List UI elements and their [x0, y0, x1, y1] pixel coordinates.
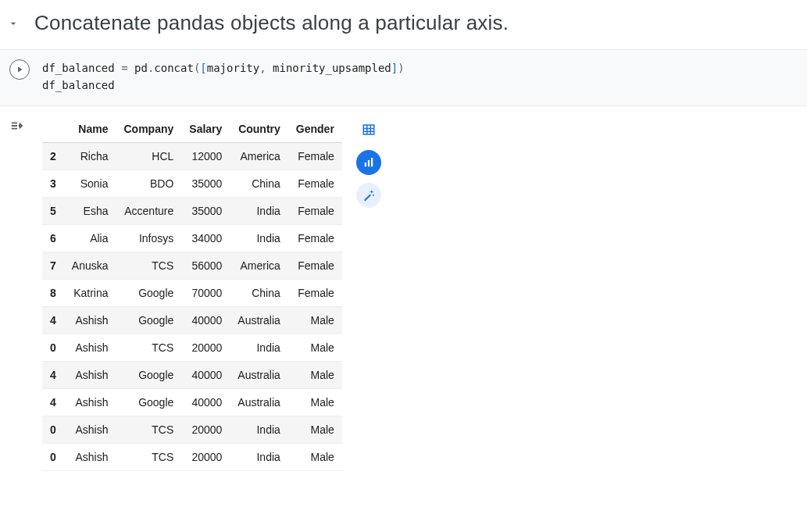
- table-cell: Google: [116, 306, 182, 334]
- table-cell: Male: [288, 361, 342, 388]
- table-cell: Katrina: [64, 279, 116, 306]
- table-cell: America: [230, 142, 287, 170]
- table-cell: America: [230, 252, 287, 279]
- code-token: ,: [259, 62, 273, 74]
- table-column-header: Name: [64, 116, 116, 143]
- table-row-index: 0: [42, 334, 64, 361]
- table-cell: Male: [288, 388, 342, 416]
- table-cell: Ashish: [64, 388, 116, 416]
- code-token: [: [200, 62, 206, 74]
- table-cell: Accenture: [116, 197, 182, 224]
- table-row: 6AliaInfosys34000IndiaFemale: [42, 224, 342, 252]
- table-cell: 35000: [181, 197, 230, 224]
- table-icon: [362, 123, 376, 137]
- table-cell: Female: [288, 142, 342, 170]
- table-cell: Female: [288, 252, 342, 279]
- output-action-bar: [356, 116, 381, 208]
- table-row-index: 3: [42, 170, 64, 197]
- code-token: majority: [207, 62, 259, 74]
- cell-output: NameCompanySalaryCountryGender 2RichaHCL…: [0, 105, 807, 485]
- table-cell: 56000: [181, 252, 230, 279]
- table-cell: Ashish: [64, 334, 116, 361]
- table-cell: India: [230, 197, 287, 224]
- output-gutter: [0, 106, 39, 485]
- code-token: pd: [134, 62, 148, 74]
- table-cell: 40000: [181, 388, 230, 416]
- table-cell: Google: [116, 279, 182, 306]
- code-token: minority_upsampled: [273, 62, 391, 74]
- code-cell: df_balanced = pd.concat([majority, minor…: [0, 49, 807, 105]
- table-cell: 40000: [181, 306, 230, 334]
- generate-code-button[interactable]: [356, 183, 381, 208]
- table-cell: TCS: [116, 416, 182, 443]
- table-cell: Australia: [230, 388, 287, 416]
- code-token: ): [398, 62, 404, 74]
- table-column-header: Salary: [181, 116, 230, 143]
- table-cell: Infosys: [116, 224, 182, 252]
- collapse-chevron-icon[interactable]: [6, 16, 20, 30]
- table-cell: Female: [288, 197, 342, 224]
- table-cell: 34000: [181, 224, 230, 252]
- table-cell: Male: [288, 416, 342, 443]
- table-cell: China: [230, 170, 287, 197]
- table-cell: TCS: [116, 334, 182, 361]
- table-row: 4AshishGoogle40000AustraliaMale: [42, 361, 342, 388]
- dataframe-table: NameCompanySalaryCountryGender 2RichaHCL…: [42, 116, 342, 471]
- table-column-header: Country: [230, 116, 287, 143]
- table-cell: Esha: [64, 197, 116, 224]
- table-cell: BDO: [116, 170, 182, 197]
- table-row: 5EshaAccenture35000IndiaFemale: [42, 197, 342, 224]
- table-cell: 35000: [181, 170, 230, 197]
- table-row-index: 0: [42, 416, 64, 443]
- cell-gutter: [0, 50, 39, 80]
- table-cell: India: [230, 443, 287, 470]
- table-cell: 20000: [181, 334, 230, 361]
- code-token: df_balanced: [42, 79, 115, 91]
- run-cell-button[interactable]: [9, 59, 30, 80]
- table-cell: TCS: [116, 443, 182, 470]
- code-token: ]: [391, 62, 398, 74]
- svg-rect-6: [368, 160, 370, 166]
- suggest-charts-button[interactable]: [356, 150, 381, 175]
- table-row-index: 7: [42, 252, 64, 279]
- table-column-header: Company: [116, 116, 182, 143]
- table-row: 3SoniaBDO35000ChinaFemale: [42, 170, 342, 197]
- table-cell: Australia: [230, 306, 287, 334]
- svg-rect-5: [365, 162, 366, 166]
- table-row: 0AshishTCS20000IndiaMale: [42, 334, 342, 361]
- table-row: 7AnuskaTCS56000AmericaFemale: [42, 252, 342, 279]
- table-row-index: 0: [42, 443, 64, 470]
- table-cell: Sonia: [64, 170, 116, 197]
- table-cell: Male: [288, 306, 342, 334]
- table-cell: 20000: [181, 443, 230, 470]
- table-cell: 40000: [181, 361, 230, 388]
- section-title: Concatenate pandas objects along a parti…: [34, 11, 509, 35]
- table-cell: India: [230, 224, 287, 252]
- section-header: Concatenate pandas objects along a parti…: [0, 3, 807, 49]
- table-cell: Ashish: [64, 416, 116, 443]
- table-cell: Google: [116, 388, 182, 416]
- table-row-index: 4: [42, 388, 64, 416]
- code-token: =: [115, 62, 134, 74]
- table-cell: Richa: [64, 142, 116, 170]
- table-cell: China: [230, 279, 287, 306]
- table-row: 8KatrinaGoogle70000ChinaFemale: [42, 279, 342, 306]
- table-cell: 20000: [181, 416, 230, 443]
- table-row: 4AshishGoogle40000AustraliaMale: [42, 388, 342, 416]
- code-editor[interactable]: df_balanced = pd.concat([majority, minor…: [39, 50, 807, 105]
- view-as-table-button[interactable]: [356, 117, 381, 142]
- table-cell: India: [230, 334, 287, 361]
- table-row-index: 2: [42, 142, 64, 170]
- table-cell: Male: [288, 334, 342, 361]
- table-cell: Anuska: [64, 252, 116, 279]
- table-cell: 12000: [181, 142, 230, 170]
- table-row-index: 6: [42, 224, 64, 252]
- table-cell: Ashish: [64, 306, 116, 334]
- output-indicator-icon[interactable]: [9, 117, 27, 134]
- table-cell: Australia: [230, 361, 287, 388]
- table-row-index: 4: [42, 361, 64, 388]
- table-cell: TCS: [116, 252, 182, 279]
- table-row-index: 5: [42, 197, 64, 224]
- svg-point-8: [373, 195, 374, 196]
- table-row: 2RichaHCL12000AmericaFemale: [42, 142, 342, 170]
